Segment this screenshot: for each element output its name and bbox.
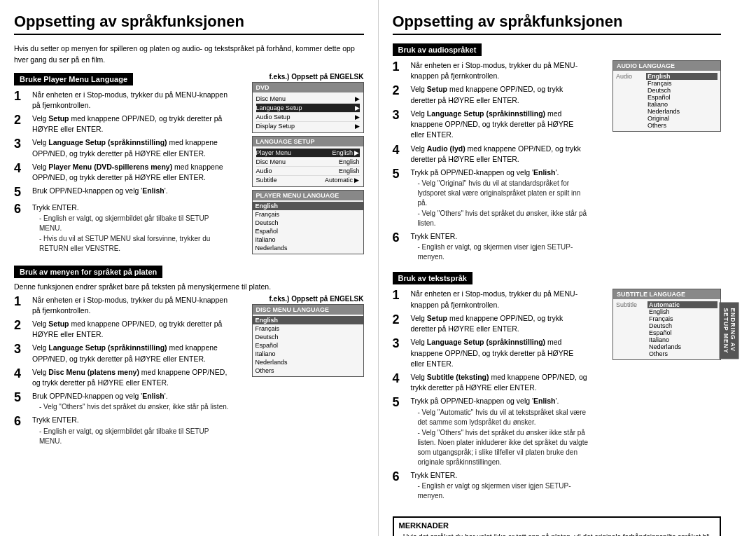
step-item: 6 Trykk ENTER. English er valgt, og skje… xyxy=(14,202,232,254)
step-item: 2 Velg Setup med knappene OPP/NED, og tr… xyxy=(393,84,590,105)
left-section1-header: Bruke Player Menu Language xyxy=(14,73,133,85)
step-item: 1 Når enheten er i Stop-modus, trykker d… xyxy=(14,295,232,316)
screen-language-setup: LANGUAGE SETUP Player MenuEnglish ▶ Disc… xyxy=(252,136,364,187)
merknader-title: MERKNADER xyxy=(399,521,715,530)
step-item: 3 Velg Language Setup (språkinnstilling)… xyxy=(14,137,232,158)
right-section2-header: Bruk av tekstspråk xyxy=(393,272,472,284)
feks-label: f.eks.) Oppsett på ENGELSK xyxy=(269,73,363,81)
merknader-box: MERKNADER • Hvis det språket du har valg… xyxy=(393,516,722,536)
screen-audio-language: AUDIO LANGUAGE Audio English Français De… xyxy=(612,60,721,132)
step-item: 4 Velg Subtitle (teksting) med knappene … xyxy=(393,372,590,393)
left-section2-header: Bruk av menyen for språket på platen xyxy=(14,266,162,278)
step-item: 4 Velg Disc Menu (platens meny) med knap… xyxy=(14,367,232,388)
step-item: 5 Bruk OPP/NED-knappen og velg 'Enlish'. xyxy=(14,186,232,200)
step-item: 3 Velg Language Setup (språkinnstilling)… xyxy=(393,337,590,369)
step-item: 2 Velg Setup med knappene OPP/NED, og tr… xyxy=(14,319,232,340)
step-item: 5 Trykk på OPP/NED-knappen og velg 'Enli… xyxy=(393,167,590,228)
step-item: 1 Når enheten er i Stop-modus, trykker d… xyxy=(393,289,590,310)
step-item: 1 Når enheten er i Stop-modus, trykker d… xyxy=(14,90,232,111)
step-item: 3 Velg Language Setup (språkinnstilling)… xyxy=(393,109,590,141)
left-section1: Bruke Player Menu Language 1 Når enheten… xyxy=(14,73,364,259)
left-page-title: Oppsetting av språkfunksjonen xyxy=(14,13,364,35)
step-item: 6 Trykk ENTER. English er valgt, og skje… xyxy=(14,415,232,446)
vertical-label: ENDRING AVSETUP MENY xyxy=(719,303,738,359)
left-page: Oppsetting av språkfunksjonen Hvis du se… xyxy=(0,0,379,536)
right-section2: Bruk av tekstspråk 1 Når enheten er i St… xyxy=(393,272,722,503)
screen-subtitle-language: SUBTITLE LANGUAGE Subtitle Automatic Eng… xyxy=(612,289,721,360)
step-item: 4 Velg Audio (lyd) med knappene OPP/NED,… xyxy=(393,144,590,165)
left-section2: Bruk av menyen for språket på platen Den… xyxy=(14,266,364,449)
step-item: 6 Trykk ENTER. English er valgt og skjer… xyxy=(393,470,590,501)
step-item: 2 Velg Setup med knappene OPP/NED, og tr… xyxy=(393,313,590,334)
step-item: 6 Trykk ENTER. English er valgt, og skje… xyxy=(393,231,590,262)
step-item: 5 Trykk på OPP/NED-knappen og velg 'Enli… xyxy=(393,396,590,467)
step-item: 1 Når enheten er i Stop-modus, trykker d… xyxy=(393,60,590,81)
step-item: 2 Velg Setup med knappene OPP/NED, og tr… xyxy=(14,114,232,135)
step-item: 5 Bruk OPP/NED-knappen og velg 'Enlish'.… xyxy=(14,391,232,412)
screen-dvd-menu: DVD Disc Menu▶ Language Setup▶ Audio Set… xyxy=(252,82,364,133)
right-page: Oppsetting av språkfunksjonen Bruk av au… xyxy=(379,0,757,536)
step-item: 3 Velg Language Setup (språkinnstilling)… xyxy=(14,343,232,364)
section2-desc: Denne funksjonen endrer språket bare på … xyxy=(14,282,364,291)
screen-player-menu-language: PLAYER MENU LANGUAGE English Français De… xyxy=(252,190,364,254)
feks-label2: f.eks.) Oppsett på ENGELSK xyxy=(269,295,363,303)
right-section1-header: Bruk av audiospråket xyxy=(393,43,482,56)
right-section1: Bruk av audiospråket 1 Når enheten er i … xyxy=(393,43,722,265)
right-page-title: Oppsetting av språkfunksjonen xyxy=(393,13,722,35)
screen-disc-menu-language: DISC MENU LANGUAGE English Français Deut… xyxy=(252,304,364,377)
step-item: 4 Velg Player Menu (DVD-spillerens meny)… xyxy=(14,162,232,183)
left-intro: Hvis du setter op menyen for spilleren o… xyxy=(14,43,364,66)
